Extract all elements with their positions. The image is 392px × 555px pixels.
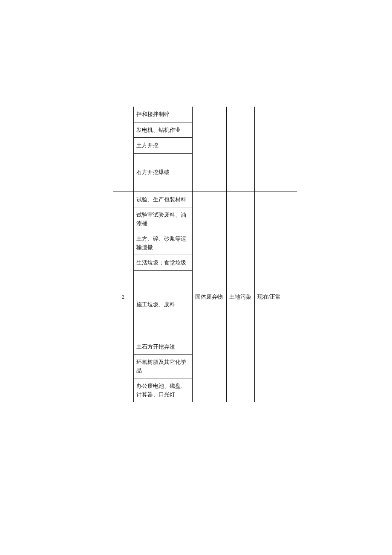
activity-cell: 拌和楼拌制碎 [133, 107, 192, 122]
activity-cell: 石方开挖爆破 [133, 153, 192, 192]
factor-cell [192, 107, 226, 192]
table-row: 拌和楼拌制碎 [113, 107, 297, 122]
time-state-cell: 现在/正常 [254, 192, 297, 402]
impact-cell [226, 107, 254, 192]
activity-cell: 环氧树脂及其它化学品 [133, 355, 192, 378]
row-number-cell [113, 107, 133, 192]
activity-cell: 试验室试验废料、油漆桶 [133, 207, 192, 231]
activity-cell: 办公废电池、磁盘、计算器、口光灯 [133, 378, 192, 402]
environmental-factors-table: 拌和楼拌制碎 发电机、钻机作业 土方开挖 石方开挖爆破 2 试验、生产包装材料 … [113, 107, 297, 402]
activity-cell: 试验、生产包装材料 [133, 192, 192, 207]
row-number-cell: 2 [113, 192, 133, 402]
activity-cell: 生活垃圾；食堂垃圾 [133, 255, 192, 271]
time-state-cell [254, 107, 297, 192]
activity-cell: 发电机、钻机作业 [133, 122, 192, 138]
activity-cell: 土石方开挖弃渣 [133, 339, 192, 355]
factor-cell: 固体废弃物 [192, 192, 226, 402]
table-row: 2 试验、生产包装材料 固体废弃物 土地污染 现在/正常 [113, 192, 297, 207]
activity-cell: 土方、碎、砂浆等运输遗撒 [133, 231, 192, 255]
impact-cell: 土地污染 [226, 192, 254, 402]
activity-cell: 施工垃圾、废料 [133, 270, 192, 339]
activity-cell: 土方开挖 [133, 138, 192, 154]
